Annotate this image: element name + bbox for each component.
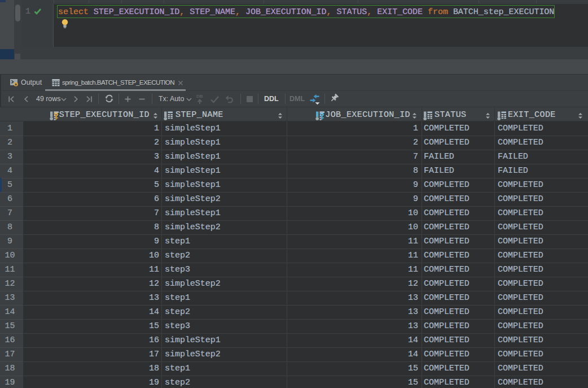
svg-text:DB: DB (196, 94, 203, 99)
